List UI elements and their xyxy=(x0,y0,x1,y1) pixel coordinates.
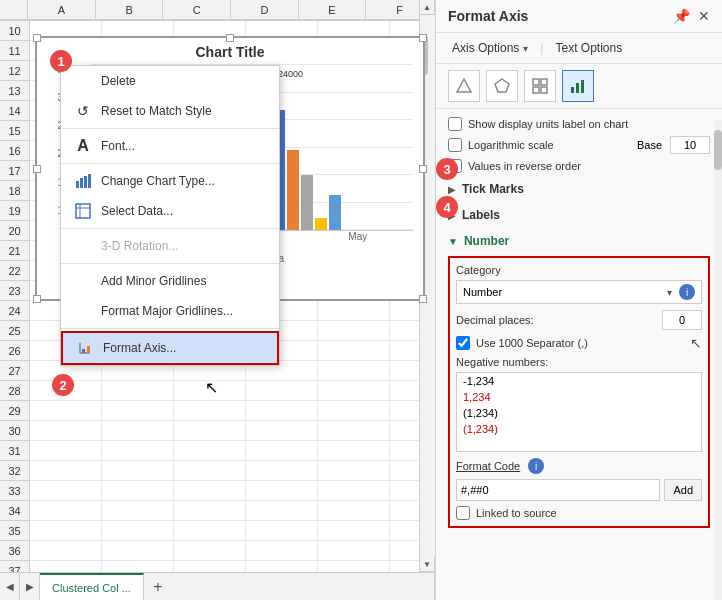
option-logarithmic: Logarithmic scale Base xyxy=(448,136,710,154)
labels-section[interactable]: ▶ Labels xyxy=(448,204,710,226)
panel-icon-pentagon[interactable] xyxy=(486,70,518,102)
grid-row[interactable] xyxy=(30,401,434,421)
nav-prev[interactable]: ◀ xyxy=(0,573,20,601)
separator-checkbox[interactable] xyxy=(456,336,470,350)
grid-row[interactable] xyxy=(30,461,434,481)
menu-item-add-minor-gridlines[interactable]: Add Minor Gridlines xyxy=(61,266,279,296)
category-dropdown[interactable]: Number ▾ i xyxy=(456,280,702,304)
row-10[interactable]: 10 xyxy=(0,21,29,41)
grid-row[interactable] xyxy=(30,541,434,561)
chart-handle-ml[interactable] xyxy=(33,165,41,173)
info-icon[interactable]: i xyxy=(679,284,695,300)
display-units-checkbox[interactable] xyxy=(448,117,462,131)
panel-icon-grid[interactable] xyxy=(524,70,556,102)
format-code-info-icon[interactable]: i xyxy=(528,458,544,474)
add-sheet-button[interactable]: + xyxy=(144,573,172,601)
panel-close-button[interactable]: ✕ xyxy=(698,8,710,24)
menu-item-delete[interactable]: Delete xyxy=(61,66,279,96)
row-13[interactable]: 13 xyxy=(0,81,29,101)
row-15[interactable]: 15 xyxy=(0,121,29,141)
scroll-up-btn[interactable]: ▲ xyxy=(420,0,435,15)
neg-numbers-list[interactable]: -1,234 1,234 (1,234) (1,234) xyxy=(456,372,702,452)
panel-icon-shape[interactable] xyxy=(448,70,480,102)
add-button[interactable]: Add xyxy=(664,479,702,501)
chart-handle-tl[interactable] xyxy=(33,34,41,42)
grid-row[interactable] xyxy=(30,521,434,541)
row-26[interactable]: 26 xyxy=(0,341,29,361)
row-20[interactable]: 20 xyxy=(0,221,29,241)
panel-pin-icon[interactable]: 📌 xyxy=(673,8,690,24)
tab-text-options[interactable]: Text Options xyxy=(551,39,626,57)
bar-darkblue-2[interactable] xyxy=(329,195,341,230)
format-code-input[interactable] xyxy=(456,479,660,501)
panel-scrollbar-track[interactable] xyxy=(714,120,722,600)
col-header-d[interactable]: D xyxy=(231,0,299,20)
chart-handle-br[interactable] xyxy=(419,295,427,303)
menu-item-format-axis[interactable]: Format Axis... xyxy=(61,331,279,365)
grid-row[interactable] xyxy=(30,441,434,461)
row-33[interactable]: 33 xyxy=(0,481,29,501)
row-29[interactable]: 29 xyxy=(0,401,29,421)
neg-item-4[interactable]: (1,234) xyxy=(457,421,701,437)
row-36[interactable]: 36 xyxy=(0,541,29,561)
grid-row[interactable] xyxy=(30,481,434,501)
row-21[interactable]: 21 xyxy=(0,241,29,261)
row-31[interactable]: 31 xyxy=(0,441,29,461)
menu-item-font[interactable]: A Font... xyxy=(61,131,279,161)
row-16[interactable]: 16 xyxy=(0,141,29,161)
grid-row[interactable] xyxy=(30,501,434,521)
neg-item-2[interactable]: 1,234 xyxy=(457,389,701,405)
menu-item-select-data[interactable]: Select Data... xyxy=(61,196,279,226)
chart-handle-tr[interactable] xyxy=(419,34,427,42)
svg-rect-5 xyxy=(80,178,83,188)
linked-source-checkbox[interactable] xyxy=(456,506,470,520)
row-34[interactable]: 34 xyxy=(0,501,29,521)
row-22[interactable]: 22 xyxy=(0,261,29,281)
row-35[interactable]: 35 xyxy=(0,521,29,541)
grid-row[interactable] xyxy=(30,381,434,401)
bar-gray-2[interactable] xyxy=(301,175,313,230)
row-32[interactable]: 32 xyxy=(0,461,29,481)
row-14[interactable]: 14 xyxy=(0,101,29,121)
decimal-input[interactable] xyxy=(662,310,702,330)
neg-item-1[interactable]: -1,234 xyxy=(457,373,701,389)
menu-label-3d-rotation: 3-D Rotation... xyxy=(101,239,267,253)
sheet-tab-clustered[interactable]: Clustered Col ... xyxy=(40,573,144,601)
col-header-e[interactable]: E xyxy=(299,0,367,20)
col-header-a[interactable]: A xyxy=(28,0,96,20)
row-23[interactable]: 23 xyxy=(0,281,29,301)
row-18[interactable]: 18 xyxy=(0,181,29,201)
row-28[interactable]: 28 xyxy=(0,381,29,401)
panel-icon-barchart[interactable] xyxy=(562,70,594,102)
logarithmic-checkbox[interactable] xyxy=(448,138,462,152)
bar-yellow-2[interactable] xyxy=(315,218,327,230)
tick-marks-section[interactable]: ▶ Tick Marks xyxy=(448,178,710,200)
row-24[interactable]: 24 xyxy=(0,301,29,321)
menu-item-change-chart-type[interactable]: Change Chart Type... xyxy=(61,166,279,196)
row-25[interactable]: 25 xyxy=(0,321,29,341)
row-11[interactable]: 11 xyxy=(0,41,29,61)
col-header-c[interactable]: C xyxy=(163,0,231,20)
row-27[interactable]: 27 xyxy=(0,361,29,381)
col-header-b[interactable]: B xyxy=(96,0,164,20)
number-section-header[interactable]: ▼ Number xyxy=(448,230,710,252)
menu-separator-2 xyxy=(61,163,279,164)
chart-handle-bl[interactable] xyxy=(33,295,41,303)
svg-rect-4 xyxy=(76,181,79,188)
base-input[interactable] xyxy=(670,136,710,154)
panel-scrollbar-thumb[interactable] xyxy=(714,130,722,170)
nav-next[interactable]: ▶ xyxy=(20,573,40,601)
menu-item-reset[interactable]: ↺ Reset to Match Style xyxy=(61,96,279,126)
tab-axis-options[interactable]: Axis Options ▾ xyxy=(448,39,532,57)
grid-row[interactable] xyxy=(30,421,434,441)
row-30[interactable]: 30 xyxy=(0,421,29,441)
row-12[interactable]: 12 xyxy=(0,61,29,81)
chart-handle-tc[interactable] xyxy=(226,34,234,42)
bar-orange-2[interactable] xyxy=(287,150,299,230)
menu-item-format-major-gridlines[interactable]: Format Major Gridlines... xyxy=(61,296,279,326)
scroll-down-btn[interactable]: ▼ xyxy=(420,557,435,572)
row-17[interactable]: 17 xyxy=(0,161,29,181)
row-19[interactable]: 19 xyxy=(0,201,29,221)
neg-item-3[interactable]: (1,234) xyxy=(457,405,701,421)
chart-handle-mr[interactable] xyxy=(419,165,427,173)
